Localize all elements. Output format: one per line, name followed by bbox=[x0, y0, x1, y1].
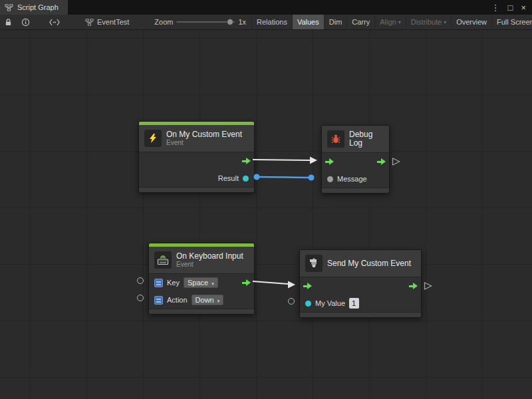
zoom-label: Zoom bbox=[154, 18, 173, 26]
my-value-input-port[interactable] bbox=[305, 301, 311, 307]
zoom-control: Zoom 1x bbox=[149, 15, 251, 29]
message-input-port[interactable] bbox=[327, 176, 333, 182]
value-wire-end-dot bbox=[309, 175, 315, 181]
node-title: On My Custom Event bbox=[166, 130, 242, 139]
debug-log-continuation-icon: ▷ bbox=[392, 156, 400, 166]
port-row: Key Space ▾ bbox=[149, 274, 254, 291]
graph-canvas[interactable]: On My Custom Event Event Result Debug bbox=[0, 30, 532, 399]
key-dropdown[interactable]: Space ▾ bbox=[184, 277, 218, 288]
toolbar-buttons: Relations Values Dim Carry Align▾ Distri… bbox=[251, 15, 532, 29]
value-wire bbox=[257, 177, 311, 178]
node-header[interactable]: On Keyboard Input Event bbox=[149, 247, 254, 274]
node-subtitle: Event bbox=[166, 139, 242, 147]
action-external-pin[interactable] bbox=[137, 295, 144, 301]
node-title: Send My Custom Event bbox=[327, 259, 411, 268]
control-output-port[interactable] bbox=[242, 279, 251, 286]
my-value-external-pin[interactable] bbox=[288, 298, 295, 305]
close-icon[interactable]: × bbox=[521, 3, 526, 12]
control-input-port[interactable] bbox=[303, 283, 312, 289]
node-subtitle: Event bbox=[176, 261, 243, 269]
key-external-pin[interactable] bbox=[137, 277, 144, 284]
key-port-label: Key bbox=[167, 279, 180, 287]
port-row: Message bbox=[322, 170, 389, 188]
result-port-label: Result bbox=[218, 174, 239, 182]
graph-toolbar: EventTest Zoom 1x Relations Values Dim C… bbox=[0, 15, 532, 30]
maximize-icon[interactable]: □ bbox=[508, 3, 513, 12]
info-button[interactable] bbox=[17, 15, 35, 29]
info-icon bbox=[21, 18, 30, 27]
node-header[interactable]: On My Custom Event Event bbox=[139, 125, 254, 152]
dim-button[interactable]: Dim bbox=[324, 15, 347, 29]
node-debug-log[interactable]: Debug Log Message bbox=[321, 125, 390, 194]
message-port-label: Message bbox=[337, 175, 367, 183]
chevron-down-icon: ▾ bbox=[211, 281, 214, 286]
node-footer bbox=[322, 188, 389, 193]
control-input-port[interactable] bbox=[325, 158, 334, 165]
result-output-port[interactable] bbox=[243, 176, 249, 182]
my-value-input[interactable]: 1 bbox=[349, 298, 359, 309]
graph-name: EventTest bbox=[97, 18, 129, 26]
node-title-line2: Log bbox=[349, 139, 372, 148]
port-row bbox=[139, 152, 254, 170]
action-enum-icon bbox=[154, 296, 163, 305]
tab-script-graph[interactable]: Script Graph bbox=[0, 0, 68, 15]
port-row: Action Down ▾ bbox=[149, 291, 254, 309]
control-output-port[interactable] bbox=[409, 283, 418, 289]
port-row: Result bbox=[139, 170, 254, 187]
connection-wires bbox=[0, 30, 532, 399]
node-footer bbox=[300, 312, 421, 317]
code-preview-button[interactable] bbox=[37, 15, 72, 29]
keyboard-icon bbox=[154, 251, 172, 269]
window-menu-icon[interactable]: ⋮ bbox=[491, 3, 500, 12]
code-icon bbox=[49, 19, 60, 26]
zoom-value: 1x bbox=[238, 18, 246, 26]
align-dropdown[interactable]: Align▾ bbox=[374, 15, 405, 29]
custom-event-horn-icon bbox=[305, 255, 323, 272]
node-on-keyboard-input[interactable]: On Keyboard Input Event Key Space ▾ Acti… bbox=[148, 243, 255, 315]
tab-title: Script Graph bbox=[17, 3, 59, 11]
control-output-port[interactable] bbox=[242, 158, 251, 164]
chevron-down-icon: ▾ bbox=[444, 20, 446, 25]
node-send-my-custom-event[interactable]: Send My Custom Event My Value 1 bbox=[299, 249, 422, 318]
action-dropdown[interactable]: Down ▾ bbox=[192, 295, 224, 305]
control-output-port[interactable] bbox=[377, 158, 386, 165]
chevron-down-icon: ▾ bbox=[217, 299, 220, 303]
send-event-continuation-icon: ▷ bbox=[424, 280, 432, 290]
node-footer bbox=[149, 309, 254, 314]
node-header[interactable]: Send My Custom Event bbox=[300, 250, 421, 277]
flow-wire-arrowhead bbox=[310, 157, 317, 164]
zoom-slider-handle[interactable] bbox=[227, 19, 233, 25]
my-value-port-label: My Value bbox=[315, 299, 345, 307]
node-title: On Keyboard Input bbox=[176, 252, 243, 261]
node-footer bbox=[139, 187, 254, 192]
graph-breadcrumb[interactable]: EventTest bbox=[80, 15, 134, 29]
graph-asset-icon bbox=[85, 19, 94, 26]
chevron-down-icon: ▾ bbox=[398, 20, 401, 25]
flow-wire bbox=[253, 281, 288, 284]
port-row bbox=[300, 277, 421, 295]
distribute-dropdown[interactable]: Distribute▾ bbox=[406, 15, 451, 29]
carry-button[interactable]: Carry bbox=[346, 15, 374, 29]
lock-button[interactable] bbox=[0, 15, 17, 29]
node-on-my-custom-event[interactable]: On My Custom Event Event Result bbox=[138, 121, 255, 193]
action-port-label: Action bbox=[167, 296, 188, 304]
window-titlebar: Script Graph ⋮ □ × bbox=[0, 0, 532, 15]
flow-wire bbox=[253, 160, 310, 160]
relations-button[interactable]: Relations bbox=[251, 15, 292, 29]
lightning-icon bbox=[144, 130, 162, 147]
overview-button[interactable]: Overview bbox=[451, 15, 491, 29]
values-button[interactable]: Values bbox=[292, 15, 324, 29]
unity-script-graph-window: { "window": { "tab_title": "Script Graph… bbox=[0, 0, 532, 399]
bug-icon bbox=[327, 130, 344, 148]
window-controls: ⋮ □ × bbox=[491, 0, 532, 15]
keycode-enum-icon bbox=[154, 279, 163, 287]
port-row bbox=[322, 153, 389, 170]
node-header[interactable]: Debug Log bbox=[322, 126, 389, 153]
zoom-slider[interactable] bbox=[176, 21, 235, 23]
script-graph-icon bbox=[5, 4, 13, 11]
flow-wire-arrowhead bbox=[288, 281, 295, 289]
lock-icon bbox=[5, 18, 12, 27]
port-row: My Value 1 bbox=[300, 295, 421, 312]
fullscreen-button[interactable]: Full Screen bbox=[491, 15, 532, 29]
